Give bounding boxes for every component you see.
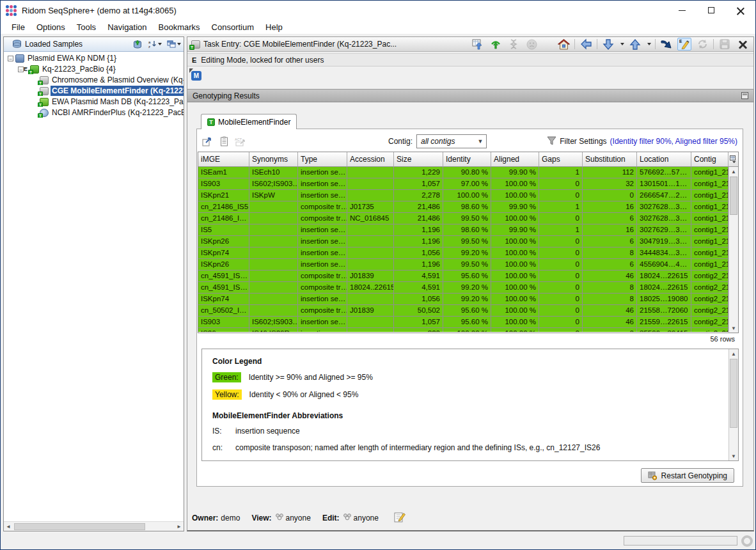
tree-item-amrfinder[interactable]: NCBI AMRFinderPlus (Kq-21223_PacBio) <box>51 107 184 118</box>
table-cell: 1,057 <box>394 317 443 328</box>
scrollbar-thumb[interactable] <box>730 359 737 428</box>
table-row[interactable]: IS903IS602;IS903…insertion se…1,05797.00… <box>198 178 728 190</box>
column-header-size[interactable]: Size <box>394 152 443 167</box>
export-icon[interactable] <box>201 136 214 147</box>
table-row[interactable]: IS26IS46;IS26R;…insertion se…820100.00 %… <box>198 328 728 332</box>
scroll-down-icon[interactable]: ▼ <box>729 324 738 333</box>
table-row[interactable]: cn_21486_IS5composite tr…J0173521,48698.… <box>198 201 728 213</box>
menu-tools[interactable]: Tools <box>71 21 102 33</box>
menu-consortium[interactable]: Consortium <box>206 21 260 33</box>
down-arrow-icon[interactable] <box>601 38 615 51</box>
column-header-imge[interactable]: iMGE <box>198 152 249 167</box>
scroll-up-icon[interactable]: ▲ <box>729 349 738 358</box>
table-row[interactable]: ISKpn26insertion se…1,19699.50 %100.00 %… <box>198 236 728 248</box>
edit-mode-icon[interactable]: E <box>677 38 691 51</box>
table-cell: insertion se… <box>298 248 347 259</box>
column-header-location[interactable]: Location <box>637 152 691 167</box>
table-row[interactable]: ISEam1ISEch10insertion se…1,22990.80 %99… <box>198 167 728 178</box>
abbr-term: IS: <box>212 427 235 436</box>
table-row[interactable]: ISKpn26insertion se…1,19699.50 %100.00 %… <box>198 259 728 271</box>
home-icon[interactable] <box>556 38 571 51</box>
scroll-left-icon[interactable]: ◄ <box>4 524 13 530</box>
dna-icon[interactable] <box>507 38 521 51</box>
tab-mobileelementfinder[interactable]: T MobileElementFinder <box>201 114 297 129</box>
column-chooser-icon[interactable] <box>728 152 738 167</box>
legend-scrollbar[interactable]: ▲ ▼ <box>728 349 738 460</box>
window-layout-icon[interactable] <box>167 40 181 48</box>
column-header-accession[interactable]: Accession <box>347 152 394 167</box>
up-arrow-caret[interactable] <box>647 43 651 45</box>
scroll-up-icon[interactable]: ▲ <box>729 167 738 176</box>
table-cell: 0 <box>539 305 583 317</box>
down-arrow-caret[interactable] <box>620 43 624 45</box>
column-header-synonyms[interactable]: Synonyms <box>249 152 298 167</box>
minimize-button[interactable] <box>667 1 697 20</box>
menu-bookmarks[interactable]: Bookmarks <box>153 21 206 33</box>
refresh-icon[interactable] <box>695 38 709 51</box>
table-row[interactable]: IS5insertion se…1,19698.60 %99.90 %11630… <box>198 224 728 236</box>
close-task-icon[interactable] <box>736 38 750 51</box>
tree-item-overview[interactable]: Chromosome & Plasmid Overview (Kq-2122 <box>51 75 184 85</box>
task-badge-icon: T <box>38 102 43 107</box>
table-row[interactable]: ISKpn74insertion se…1,05699.20 %100.00 %… <box>198 248 728 259</box>
table-cell: contig1_212… <box>691 167 728 178</box>
green-swatch: Green: <box>212 372 241 382</box>
menu-file[interactable]: File <box>6 21 31 33</box>
column-header-gaps[interactable]: Gaps <box>539 152 583 167</box>
table-cell: 100.00 % <box>491 213 539 224</box>
tree-expander[interactable]: – <box>8 56 13 61</box>
table-cell: 100.00 % <box>491 236 539 248</box>
table-cell: contig2_212… <box>691 317 728 328</box>
column-header-type[interactable]: Type <box>298 152 347 167</box>
tree-horizontal-scrollbar[interactable]: ◄ ► <box>4 521 184 531</box>
save-icon[interactable] <box>718 38 732 51</box>
table-row[interactable]: cn_4591_IS…composite tr…18024..226154,59… <box>198 282 728 294</box>
tree-expander[interactable]: – <box>18 67 24 72</box>
close-button[interactable] <box>726 1 755 20</box>
tree-item-project[interactable]: Plasmid EWA Kp NDM {1} <box>26 53 118 63</box>
scroll-right-icon[interactable]: ► <box>175 524 184 530</box>
tree-item-mobileelementfinder-selected[interactable]: CGE MobileElementFinder (Kq-21223 <box>51 86 184 96</box>
filter-info-link[interactable]: (Identity filter 90%, Aligned filter 95%… <box>610 137 737 146</box>
table-row[interactable]: cn_4591_IS…composite tr…J018394,59195.60… <box>198 271 728 282</box>
upload-antenna-icon[interactable] <box>489 38 503 51</box>
submit-table-icon[interactable] <box>471 38 485 51</box>
table-vertical-scrollbar[interactable]: ▲ ▼ <box>728 167 738 333</box>
menu-help[interactable]: Help <box>260 21 288 33</box>
scroll-down-icon[interactable]: ▼ <box>729 452 738 460</box>
sort-icon[interactable]: az <box>148 40 162 49</box>
tree-item-sample[interactable]: Kq-21223_PacBio {4} <box>41 64 117 74</box>
column-header-identity[interactable]: Identity <box>443 152 491 167</box>
restart-genotyping-button[interactable]: Restart Genotyping <box>641 468 734 483</box>
table-row[interactable]: cn_21486_I…composite tr…NC_01684521,4869… <box>198 213 728 224</box>
scrollbar-thumb[interactable] <box>730 177 737 215</box>
table-cell: 0 <box>539 271 583 282</box>
table-cell: 95.60 % <box>443 317 491 328</box>
filter-settings-link[interactable]: Filter Settings <box>560 137 606 146</box>
export-database-icon[interactable] <box>132 40 143 49</box>
back-icon[interactable] <box>579 38 593 51</box>
maximize-button[interactable] <box>697 1 726 20</box>
sad-face-icon[interactable] <box>524 38 539 51</box>
menu-navigation[interactable]: Navigation <box>102 21 152 33</box>
edit-permissions-icon[interactable] <box>394 512 406 524</box>
table-row[interactable]: cn_50502_I…composite tr…J0183950,50295.6… <box>198 305 728 317</box>
table-cell: 100.00 % <box>491 305 539 317</box>
menu-options[interactable]: Options <box>31 21 71 33</box>
copy-table-icon[interactable] <box>217 136 230 147</box>
column-header-substitution[interactable]: Substitution <box>583 152 637 167</box>
sample-icon: T <box>30 65 39 74</box>
scrollbar-thumb[interactable] <box>14 523 145 530</box>
table-row[interactable]: ISKpn74insertion se…1,05699.20 %100.00 %… <box>198 294 728 305</box>
detach-icon[interactable] <box>741 92 748 99</box>
column-header-contig[interactable]: Contig <box>691 152 728 167</box>
contig-select[interactable]: all contigs ▼ <box>416 134 487 148</box>
goto-end-icon[interactable] <box>659 38 673 51</box>
tree-item-mashdb[interactable]: EWA Plasmid Mash DB (Kq-21223_PacBio) <box>51 97 184 107</box>
export-sequences-icon[interactable]: ACT <box>234 136 247 147</box>
table-cell: insertion se… <box>298 224 347 236</box>
column-header-aligned[interactable]: Aligned <box>491 152 539 167</box>
up-arrow-icon[interactable] <box>628 38 642 51</box>
table-row[interactable]: IS903IS602;IS903…insertion se…1,05795.60… <box>198 317 728 328</box>
table-row[interactable]: ISKpn21ISKpWinsertion se…2,278100.00 %10… <box>198 190 728 201</box>
